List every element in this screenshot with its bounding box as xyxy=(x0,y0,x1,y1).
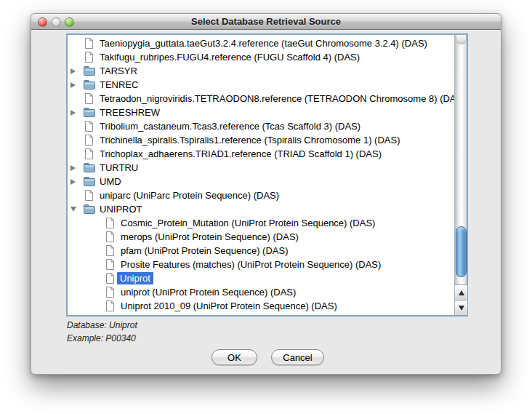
scroll-down-button[interactable] xyxy=(455,300,467,315)
disclosure-gutter xyxy=(70,82,83,88)
tree-item[interactable]: TENREC xyxy=(68,78,454,92)
disclosure-triangle-icon[interactable] xyxy=(70,68,76,74)
folder-icon xyxy=(84,80,95,89)
tree-item[interactable]: pfam (UniProt Protein Sequence) (DAS) xyxy=(68,244,454,258)
file-icon xyxy=(84,93,94,104)
tree-item[interactable]: TURTRU xyxy=(68,161,454,175)
tree-item[interactable]: uniprot (UniProt Protein Sequence) (DAS) xyxy=(68,285,454,299)
disclosure-triangle-icon[interactable] xyxy=(70,207,76,212)
item-icon-box xyxy=(104,245,116,256)
tree-item[interactable]: UMD xyxy=(68,175,454,188)
folder-icon xyxy=(84,108,95,117)
folder-icon xyxy=(84,66,95,76)
item-icon-box xyxy=(104,231,116,242)
tree-item-label: Tetraodon_nigroviridis.TETRAODON8.refere… xyxy=(99,93,454,104)
folder-icon xyxy=(84,204,95,214)
tree-item-label: Uniprot 2010_09 (UniProt Protein Sequenc… xyxy=(120,300,338,311)
disclosure-triangle-icon[interactable] xyxy=(70,110,76,116)
file-icon xyxy=(84,148,94,159)
item-icon-box xyxy=(104,300,116,311)
file-icon xyxy=(105,245,115,256)
tree-item[interactable]: merops (UniProt Protein Sequence) (DAS) xyxy=(68,230,454,244)
vertical-scrollbar[interactable] xyxy=(454,35,467,315)
item-icon-box xyxy=(83,121,95,132)
tree-item[interactable]: Uniprot xyxy=(68,271,454,285)
disclosure-gutter xyxy=(70,207,83,212)
arrow-down-icon xyxy=(459,306,464,311)
file-icon xyxy=(84,52,94,63)
cancel-button[interactable]: Cancel xyxy=(271,349,324,365)
disclosure-gutter xyxy=(70,110,83,116)
scrollbar-thumb[interactable] xyxy=(456,226,467,277)
disclosure-gutter xyxy=(70,68,83,74)
title-bar[interactable]: Select Database Retrieval Source xyxy=(31,14,501,30)
file-icon xyxy=(105,218,115,228)
item-icon-box xyxy=(104,259,116,270)
item-icon-box xyxy=(83,135,95,146)
file-icon xyxy=(105,273,115,284)
tree-item[interactable]: Takifugu_rubripes.FUGU4.reference (FUGU … xyxy=(68,50,454,64)
tree-list: Taeniopygia_guttata.taeGut3.2.4.referenc… xyxy=(68,35,454,315)
tree-item[interactable]: Trichoplax_adhaerens.TRIAD1.reference (T… xyxy=(68,147,454,161)
tree-item[interactable]: Tetraodon_nigroviridis.TETRAODON8.refere… xyxy=(68,92,454,106)
item-icon-box xyxy=(83,93,95,104)
file-icon xyxy=(105,300,115,311)
tree-item-label: Takifugu_rubripes.FUGU4.reference (FUGU … xyxy=(99,52,360,63)
tree-item[interactable]: TARSYR xyxy=(68,64,454,78)
tree-item-label: TURTRU xyxy=(99,162,139,173)
file-icon xyxy=(84,121,94,132)
file-icon xyxy=(84,38,94,49)
tree-item-label: TREESHREW xyxy=(99,107,161,118)
item-icon-box xyxy=(83,80,95,89)
item-icon-box xyxy=(104,218,116,228)
tree-item[interactable]: Taeniopygia_guttata.taeGut3.2.4.referenc… xyxy=(68,36,454,50)
tree-item-label: uniprot (UniProt Protein Sequence) (DAS) xyxy=(120,287,297,298)
item-icon-box xyxy=(104,287,116,298)
item-icon-box xyxy=(83,38,95,49)
tree-item[interactable]: Uniprot 2010_09 (UniProt Protein Sequenc… xyxy=(68,299,454,313)
tree-item[interactable]: Cosmic_Protein_Mutation (UniProt Protein… xyxy=(68,216,454,230)
tree-item[interactable]: Prosite Features (matches) (UniProt Prot… xyxy=(68,258,454,271)
tree-item[interactable]: UNIPROT xyxy=(68,202,454,216)
file-icon xyxy=(105,259,115,270)
disclosure-triangle-icon[interactable] xyxy=(70,82,76,88)
screen: Select Database Retrieval Source Taeniop… xyxy=(0,0,532,414)
disclosure-triangle-icon[interactable] xyxy=(70,179,76,185)
tree-item[interactable]: TREESHREW xyxy=(68,106,454,119)
folder-icon xyxy=(84,177,95,186)
disclosure-gutter xyxy=(70,179,83,185)
tree-item-label: pfam (UniProt Protein Sequence) (DAS) xyxy=(120,245,289,256)
scrollbar-track-cap xyxy=(456,35,467,44)
ok-button[interactable]: OK xyxy=(211,349,257,365)
item-icon-box xyxy=(104,273,116,284)
example-detail-label: Example: P00340 xyxy=(67,333,136,343)
item-icon-box xyxy=(83,204,95,214)
database-tree-panel: Taeniopygia_guttata.taeGut3.2.4.referenc… xyxy=(66,33,468,317)
tree-item-label: Tribolium_castaneum.Tcas3.reference (Tca… xyxy=(99,121,361,132)
item-icon-box xyxy=(83,108,95,117)
tree-item-label: merops (UniProt Protein Sequence) (DAS) xyxy=(120,231,299,242)
tree-item[interactable]: uniparc (UniParc Protein Sequence) (DAS) xyxy=(68,188,454,202)
tree-item-label: TENREC xyxy=(99,79,139,90)
scroll-up-button[interactable] xyxy=(455,284,467,300)
disclosure-gutter xyxy=(70,165,83,171)
arrow-up-icon xyxy=(459,290,464,295)
tree-item-label: Taeniopygia_guttata.taeGut3.2.4.referenc… xyxy=(99,38,428,49)
file-icon xyxy=(84,190,94,201)
item-icon-box xyxy=(83,148,95,159)
disclosure-triangle-icon[interactable] xyxy=(70,165,76,171)
item-icon-box xyxy=(83,177,95,186)
tree-item[interactable]: Tribolium_castaneum.Tcas3.reference (Tca… xyxy=(68,119,454,133)
item-icon-box xyxy=(83,190,95,201)
folder-icon xyxy=(84,163,95,172)
item-icon-box xyxy=(83,52,95,63)
tree-item-label: UNIPROT xyxy=(99,204,143,215)
tree-item[interactable]: Trichinella_spiralis.Tspiralis1.referenc… xyxy=(68,133,454,147)
dialog-window: Select Database Retrieval Source Taeniop… xyxy=(31,13,501,375)
file-icon xyxy=(84,135,94,146)
tree-item-label: UMD xyxy=(99,176,122,187)
database-detail-label: Database: Uniprot xyxy=(67,320,137,330)
item-icon-box xyxy=(83,66,95,76)
tree-item-label: Trichinella_spiralis.Tspiralis1.referenc… xyxy=(99,135,400,146)
tree-item-label: uniparc (UniParc Protein Sequence) (DAS) xyxy=(99,190,280,201)
